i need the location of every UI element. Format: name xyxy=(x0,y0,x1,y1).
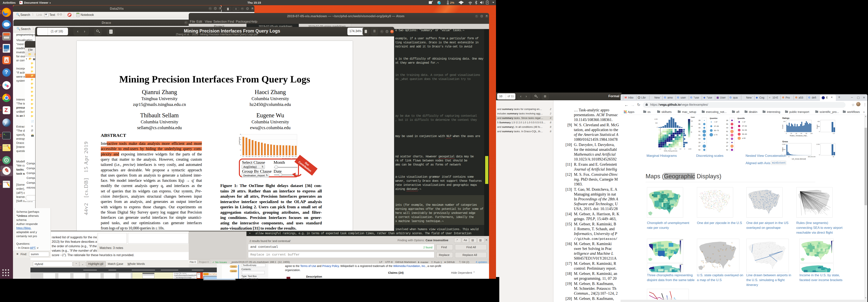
svg-text:SAN: SAN xyxy=(267,156,269,157)
svg-text:pct: pct xyxy=(832,240,834,241)
svg-text:Ratings: Ratings xyxy=(782,117,789,119)
svg-text:0: 0 xyxy=(786,133,786,134)
svg-text:0: 0 xyxy=(657,127,658,128)
svg-text:37–52: 37–52 xyxy=(742,125,747,127)
svg-text:52: 52 xyxy=(699,149,701,151)
svg-text:20: 20 xyxy=(790,133,792,134)
svg-text:400: 400 xyxy=(817,121,820,122)
svg-text:≥ 73: ≥ 73 xyxy=(714,134,717,136)
svg-text:SCK: SCK xyxy=(273,156,275,157)
svg-text:EUG: EUG xyxy=(255,156,257,157)
svg-text:55: 55 xyxy=(726,123,728,125)
svg-text:500: 500 xyxy=(655,122,658,124)
svg-text:PDX: PDX xyxy=(282,156,284,157)
svg-text:RED: RED xyxy=(249,156,250,157)
svg-text:SFO: SFO xyxy=(252,156,254,157)
svg-text:Rotten_Tomatoes_Rati...: Rotten_Tomatoes_Rati... xyxy=(790,135,808,137)
svg-text:YKM: YKM xyxy=(246,156,247,157)
svg-text:0: 0 xyxy=(241,155,241,156)
svg-text:Quantize: Quantize xyxy=(710,117,717,119)
svg-text:28: 28 xyxy=(699,120,701,122)
svg-text:37–55: 37–55 xyxy=(714,125,719,127)
svg-text:< 37: < 37 xyxy=(742,121,746,123)
svg-text:80: 80 xyxy=(806,133,807,134)
svg-text:0: 0 xyxy=(819,131,820,132)
svg-text:52: 52 xyxy=(726,149,728,151)
svg-text:87: 87 xyxy=(726,145,728,147)
svg-text:Count: Count xyxy=(816,125,818,129)
svg-text:43: 43 xyxy=(726,127,728,129)
svg-text:53: 53 xyxy=(726,138,728,140)
svg-text:1,000: 1,000 xyxy=(654,119,658,120)
svg-text:PSP: PSP xyxy=(276,156,278,157)
svg-text:43: 43 xyxy=(699,127,701,129)
svg-text:19: 19 xyxy=(699,141,701,143)
svg-text:10: 10 xyxy=(240,149,241,150)
svg-text:engineers: engineers xyxy=(680,264,683,265)
svg-text:91: 91 xyxy=(726,131,728,132)
svg-text:9.0: 9.0 xyxy=(680,148,681,149)
svg-text:28: 28 xyxy=(726,120,728,122)
svg-text:0: 0 xyxy=(684,148,685,149)
svg-text:2,000: 2,000 xyxy=(782,144,785,145)
svg-text:81: 81 xyxy=(726,134,728,136)
svg-text:52–55: 52–55 xyxy=(742,129,747,131)
svg-text:53: 53 xyxy=(699,138,701,140)
svg-text:55–73: 55–73 xyxy=(714,130,719,131)
svg-text:0: 0 xyxy=(785,131,785,132)
svg-text:5.0: 5.0 xyxy=(670,148,671,149)
svg-text:US_Gross (binned): US_Gross (binned) xyxy=(792,158,806,160)
svg-text:Count of Records: Count of Records xyxy=(691,116,695,118)
svg-text:LMT: LMT xyxy=(261,156,263,157)
svg-text:100: 100 xyxy=(691,126,693,127)
svg-text:40: 40 xyxy=(796,133,797,134)
svg-text:19: 19 xyxy=(726,141,728,143)
svg-text:55–83: 55–83 xyxy=(742,133,747,135)
svg-text:Rotten_Tomatoes_Rating (binned: Rotten_Tomatoes_Rating (binned) xyxy=(660,127,661,145)
svg-text:TUS: TUS xyxy=(270,156,272,157)
svg-text:800,000,000: 800,000,000 xyxy=(808,156,815,157)
svg-text:LIH: LIH xyxy=(280,156,281,157)
svg-text:81: 81 xyxy=(699,134,701,136)
svg-text:87: 87 xyxy=(699,145,701,147)
svg-text:Quantile: Quantile xyxy=(737,117,745,119)
svg-text:≥ 83: ≥ 83 xyxy=(742,137,745,139)
svg-text:100: 100 xyxy=(810,133,813,134)
svg-text:3.0: 3.0 xyxy=(664,148,666,149)
svg-text:0: 0 xyxy=(788,156,789,157)
svg-text:150: 150 xyxy=(691,121,693,122)
svg-text:55: 55 xyxy=(699,123,701,125)
svg-text:Avg(Delay): Avg(Delay) xyxy=(239,137,240,145)
svg-text:50: 50 xyxy=(691,131,692,133)
svg-text:ACY: ACY xyxy=(242,156,244,157)
svg-text:Gross: Gross xyxy=(782,140,788,143)
svg-text:W: W xyxy=(833,156,834,157)
svg-text:< 37: < 37 xyxy=(714,121,717,123)
svg-text:Count: Count xyxy=(782,125,783,129)
svg-text:100: 100 xyxy=(783,121,785,122)
svg-text:60: 60 xyxy=(801,133,802,134)
svg-text:population: population xyxy=(680,239,683,240)
svg-text:Count: Count xyxy=(782,147,783,152)
svg-text:1.0: 1.0 xyxy=(659,148,661,149)
svg-text:1,000: 1,000 xyxy=(688,148,691,149)
svg-text:1.0: 1.0 xyxy=(833,133,835,134)
svg-text:SNA: SNA xyxy=(264,156,266,157)
svg-text:LAS: LAS xyxy=(286,156,287,157)
svg-text:7.0: 7.0 xyxy=(675,148,676,149)
svg-text:2,000: 2,000 xyxy=(816,144,820,145)
svg-text:LGB: LGB xyxy=(258,156,259,157)
svg-text:0: 0 xyxy=(819,154,820,156)
svg-text:IMDB_Rating (binned): IMDB_Rating (binned) xyxy=(664,150,677,152)
svg-text:25: 25 xyxy=(240,134,241,135)
svg-text:2%: 2% xyxy=(450,1,454,4)
svg-text:91: 91 xyxy=(699,131,701,132)
